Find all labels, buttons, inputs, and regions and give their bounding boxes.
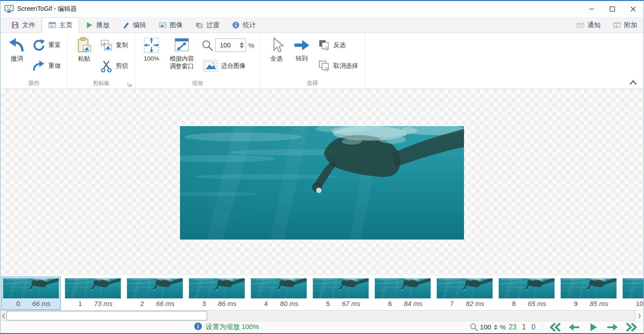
frame-thumbnail [560, 278, 617, 299]
current-frame-image[interactable] [180, 126, 464, 240]
previous-frame-button[interactable] [565, 322, 584, 333]
ribbon-group-selection: 全选 转到 反选 取消选择 选择 [260, 33, 365, 89]
tab-home[interactable]: 主页 [42, 17, 79, 33]
frame-item[interactable]: 2 66 ms [125, 277, 185, 310]
tab-edit[interactable]: 编辑 [116, 17, 152, 33]
frame-item[interactable]: 10 [621, 277, 644, 310]
tab-label: 附加 [624, 21, 637, 29]
titlebar: ScreenToGif - 编辑器 [0, 1, 644, 17]
frame-index: 6 [388, 300, 392, 307]
scroll-right-button[interactable] [635, 310, 644, 321]
frame-thumbnail [313, 278, 369, 299]
undo-icon [8, 37, 25, 54]
copy-icon [100, 39, 113, 52]
clipboard-dialog-launcher-icon[interactable] [127, 81, 133, 86]
close-button[interactable] [623, 1, 644, 17]
frame-thumbnail [189, 278, 245, 299]
tab-transitions[interactable]: 过渡 [189, 17, 226, 33]
frame-item[interactable]: 7 82 ms [435, 277, 494, 310]
maximize-button[interactable] [602, 1, 623, 17]
tab-label: 过渡 [206, 21, 219, 29]
frame-delay: 86 ms [218, 300, 237, 307]
zoom-input[interactable] [216, 42, 235, 49]
notifications-button[interactable]: 通知 [570, 17, 607, 33]
frame-index: 2 [140, 300, 144, 307]
frame-thumbnail [498, 278, 555, 299]
editor-canvas[interactable] [0, 89, 644, 276]
fit-window-to-content-button[interactable]: 根据内容调整窗口 [164, 35, 199, 71]
window-image-icon [613, 21, 621, 29]
ribbon-tab-bar: 文件 主页 播放 编辑 图像 过渡 统计 通知 [0, 17, 644, 33]
zoom-spinner [215, 38, 246, 52]
play-button[interactable] [584, 322, 603, 333]
reset-button[interactable]: 重置 [29, 35, 64, 56]
spinner-up-icon[interactable] [239, 42, 244, 45]
select-all-button[interactable]: 全选 [264, 35, 289, 63]
layers-icon [195, 21, 203, 29]
cut-button[interactable]: 剪切 [97, 56, 131, 76]
frame-delay: 85 ms [590, 300, 608, 307]
frame-thumbnail [65, 278, 121, 299]
status-percent-label: % [500, 323, 506, 331]
frame-delay: 73 ms [94, 300, 113, 307]
scrollbar-thumb[interactable] [6, 311, 207, 320]
frame-item[interactable]: 4 80 ms [249, 277, 308, 310]
status-spinner-down-icon[interactable] [493, 327, 498, 330]
fit-image-button[interactable]: 适合图像 [199, 56, 256, 76]
undo-button[interactable]: 撤消 [4, 35, 29, 63]
spinner-down-icon[interactable] [239, 45, 244, 49]
first-frame-button[interactable] [546, 322, 565, 333]
status-message: 设置为缩放 100% [206, 323, 259, 331]
collapse-ribbon-button[interactable] [628, 80, 638, 86]
paste-button[interactable]: 粘贴 [71, 35, 97, 63]
frame-item[interactable]: 9 85 ms [559, 277, 618, 310]
frame-index: 0 [16, 300, 20, 307]
tab-label: 统计 [243, 21, 256, 29]
paste-icon [76, 37, 93, 54]
zoom-100-button[interactable]: 100% [139, 35, 164, 63]
frame-delay: 80 ms [280, 300, 298, 307]
frame-item[interactable]: 0 66 ms [1, 277, 61, 310]
status-zoom-input[interactable] [480, 323, 493, 331]
tab-playback[interactable]: 播放 [79, 17, 116, 33]
filmstrip-scrollbar[interactable] [0, 310, 644, 321]
overlapping-squares-filled-icon [317, 39, 330, 52]
extras-button[interactable]: 附加 [607, 17, 644, 33]
deselect-button[interactable]: 取消选择 [314, 56, 361, 76]
app-icon [4, 5, 14, 14]
magnifier-icon [469, 323, 478, 331]
last-frame-button[interactable] [622, 322, 641, 333]
frame-item[interactable]: 3 86 ms [187, 277, 246, 310]
frame-index: 4 [264, 300, 268, 307]
frame-item[interactable]: 8 65 ms [497, 277, 556, 310]
go-to-frame-button[interactable]: 转到 [289, 35, 314, 63]
tab-file[interactable]: 文件 [5, 17, 42, 33]
redo-button[interactable]: 重做 [29, 56, 64, 76]
frame-thumbnail [436, 278, 493, 299]
redo-icon [33, 60, 45, 72]
group-label-zoom: 缩放 [135, 80, 260, 87]
copy-button[interactable]: 复制 [97, 35, 131, 56]
frame-index: 10 [636, 300, 644, 307]
frame-item[interactable]: 6 84 ms [373, 277, 432, 310]
tab-label: 图像 [170, 21, 183, 29]
frame-item[interactable]: 1 73 ms [63, 277, 123, 310]
pencil-icon [122, 21, 130, 29]
tab-image[interactable]: 图像 [152, 17, 189, 33]
expand-arrows-icon [143, 37, 160, 54]
next-frame-button[interactable] [603, 322, 622, 333]
frame-index: 3 [202, 300, 206, 307]
frame-item[interactable]: 5 67 ms [311, 277, 370, 310]
ribbon-group-zoom: 100% 根据内容调整窗口 % [135, 33, 260, 89]
overlapping-squares-outline-icon [317, 60, 330, 72]
divider [542, 324, 542, 331]
status-spinner-up-icon[interactable] [493, 324, 498, 327]
tab-statistics[interactable]: 统计 [226, 17, 262, 33]
frame-delay: 67 ms [342, 300, 360, 307]
scroll-left-button[interactable] [0, 310, 6, 321]
invert-selection-button[interactable]: 反选 [314, 35, 361, 56]
ribbon-group-actions: 撤消 重置 重做 操作 [0, 33, 68, 89]
frame-index: 7 [450, 300, 454, 307]
minimize-button[interactable] [581, 1, 602, 17]
window-controls [581, 1, 644, 17]
